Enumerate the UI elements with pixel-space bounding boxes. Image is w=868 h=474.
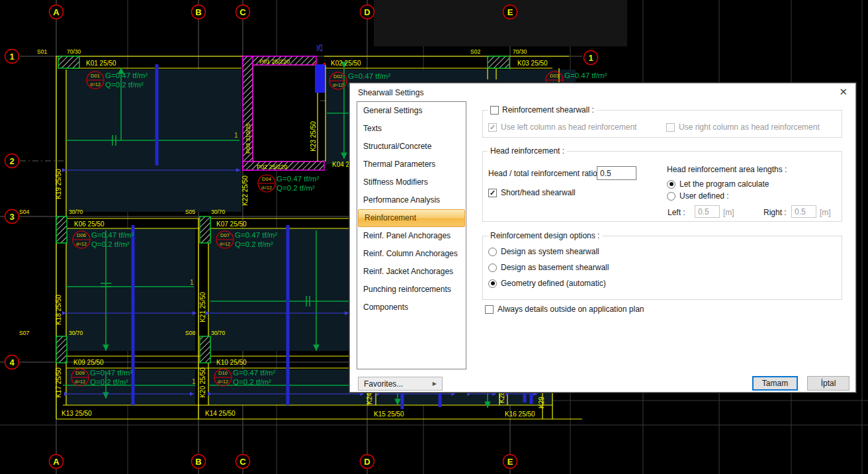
axis-bubble-label: D	[364, 457, 370, 467]
axis-bubble-label: 3	[9, 212, 14, 222]
group-head-reinforcement: Head reinforcement : Head / total reinfo…	[482, 151, 842, 222]
settings-nav-list: General SettingsTextsStructural/Concrete…	[357, 101, 466, 369]
axis-bubble-label: E	[507, 7, 513, 17]
slab-dead-load-label: G=0.47 tf/m²	[348, 72, 390, 80]
beam-label: K15 25/50	[374, 410, 404, 418]
slab-dead-load-label: G=0.47 tf/m²	[233, 369, 275, 377]
slab-id-label: D04	[262, 176, 271, 182]
beam-label: K10 25/50	[216, 359, 247, 366]
slab-live-load-label: Q=0.2 tf/m²	[90, 378, 128, 386]
geometry-defined-radio[interactable]	[488, 279, 497, 288]
beam-label: K01 25/50	[86, 60, 116, 67]
nav-item-reinf-panel-anchorages[interactable]: Reinf. Panel Anchorages	[357, 227, 466, 245]
nav-item-performance-analysis[interactable]: Performance Analysis	[357, 191, 466, 209]
close-icon[interactable]: ✕	[839, 87, 847, 97]
beam-label-vertical: K24	[366, 393, 373, 404]
slab-thickness-label: d=12	[218, 379, 228, 384]
nav-item-reinforcement[interactable]: Reinforcement	[358, 209, 465, 227]
slab-id-label: D02	[333, 73, 343, 79]
beam-label-vertical: K28	[498, 391, 505, 403]
short-head-checkbox[interactable]: ✓	[488, 189, 497, 197]
nav-item-reinf-jacket-anchorages[interactable]: Reinf. Jacket Anchorages	[357, 263, 466, 281]
column-label: S07	[19, 330, 29, 336]
column-label: 30/70	[211, 209, 226, 215]
design-basement-label: Design as basement shearwall	[501, 263, 609, 272]
favorites-arrow-icon: ▶	[433, 381, 437, 387]
use-left-column-label: Use left column as head reinforcement	[501, 122, 636, 132]
design-basement-radio[interactable]	[488, 263, 497, 272]
dialog-title: Shearwall Settings	[358, 88, 423, 97]
let-program-calculate-radio[interactable]	[667, 180, 675, 189]
selection-dimension-label: 25	[316, 44, 324, 52]
axis-bubble-label: A	[53, 457, 60, 467]
slab-thickness-label: d=12	[220, 242, 230, 246]
axis-bubble-label: E	[507, 457, 513, 467]
axis-bubble-label: C	[239, 7, 246, 17]
slab-id-label: D01	[91, 73, 100, 79]
nav-item-reinf-column-anchorages[interactable]: Reinf. Column Anchorages	[357, 245, 466, 263]
nav-item-general-settings[interactable]: General Settings	[357, 102, 466, 120]
slab-live-load-label: Q=0.2 tf/m²	[235, 240, 273, 248]
slab-dead-load-label: G=0.47 tf/m²	[564, 71, 607, 79]
slab-id-label: D03	[550, 73, 559, 79]
axis-bubble-label: 4	[9, 357, 15, 367]
right-input[interactable]	[791, 205, 816, 218]
beam-label: K13 25/50	[62, 410, 92, 417]
nav-item-components[interactable]: Components	[357, 299, 466, 316]
group-design-options: Reinforcement design options : Design as…	[482, 236, 842, 300]
beam-label: K14 25/50	[205, 410, 236, 417]
use-left-column-checkbox[interactable]: ✓	[488, 123, 497, 132]
design-system-radio[interactable]	[488, 248, 497, 256]
slab-thickness-label: d=12	[90, 82, 101, 87]
user-defined-radio[interactable]	[667, 192, 675, 201]
cancel-button[interactable]: İptal	[807, 376, 849, 391]
column-label: 70/30	[513, 48, 527, 55]
span-direction-label: 1	[192, 378, 196, 385]
beam-label-vertical: K20 25/50	[199, 367, 206, 398]
slab-thickness-label: d=12	[261, 185, 272, 190]
group-title: Head reinforcement :	[490, 146, 564, 156]
group-title: Reinforcement design options :	[490, 231, 599, 240]
app-window: AABBCCDDEE12341K01 25/50K02 25/50K03 25/…	[0, 0, 868, 474]
left-input[interactable]	[695, 205, 720, 218]
slab-thickness-label: d=12	[76, 242, 87, 246]
left-unit: [m]	[723, 208, 734, 217]
axis-bubble-label: B	[195, 457, 201, 467]
column-label: 30/70	[211, 330, 226, 336]
short-head-label: Short/head shearwall	[501, 188, 576, 197]
use-right-column-label: Use right column as head reinforcement	[679, 122, 820, 132]
group-reinforcement-shearwall: Reinforcement shearwall : ✓ Use left col…	[482, 110, 842, 138]
slab-dead-load-label: G=0.47 tf/m²	[90, 369, 132, 377]
column-label: S01	[37, 48, 47, 55]
nav-item-structural-concrete[interactable]: Structural/Concrete	[357, 138, 466, 156]
nav-item-thermal-parameters[interactable]: Thermal Parameters	[357, 156, 466, 173]
axis-bubble-label: 1	[9, 52, 14, 62]
beam-label: K16 25/50	[505, 410, 535, 418]
selected-wall[interactable]	[314, 63, 326, 93]
ratio-input[interactable]	[597, 166, 636, 180]
column-label: 70/30	[67, 48, 81, 55]
slab-id-label: D07	[220, 232, 230, 238]
always-details-checkbox[interactable]	[485, 305, 494, 314]
beam-label: K02 25/50	[331, 60, 361, 67]
reinforcement-shearwall-checkbox[interactable]	[490, 106, 499, 115]
favorites-button[interactable]: Favorites... ▶	[358, 377, 443, 391]
wall-label: P02 25/220	[257, 164, 287, 170]
beam-label-vertical: K21 25/50	[199, 292, 206, 322]
let-program-calculate-label: Let the program calculate	[679, 179, 769, 189]
group-title: Reinforcement shearwall :	[502, 105, 594, 115]
shearwall-settings-dialog: Shearwall Settings ✕ General SettingsTex…	[349, 83, 856, 393]
beam-label-vertical: K22 25/50	[241, 175, 249, 206]
nav-item-punching-reinforcements[interactable]: Punching reinforcements	[357, 281, 466, 299]
nav-item-texts[interactable]: Texts	[357, 120, 466, 138]
geometry-defined-label: Geometry defined (automatic)	[501, 279, 606, 288]
ok-button[interactable]: Tamam	[752, 376, 798, 391]
nav-item-stiffness-modifiers[interactable]: Stiffness Modifiers	[357, 173, 466, 191]
always-details-label: Always details outside on application pl…	[498, 305, 644, 314]
beam-label-vertical: K18 25/50	[55, 295, 62, 325]
column-label: 30/70	[69, 209, 83, 215]
design-system-label: Design as system shearwall	[501, 247, 599, 256]
wall-label: P01 25/220	[259, 58, 290, 65]
use-right-column-checkbox[interactable]	[666, 123, 675, 132]
slab-dead-load-label: G=0.47 tf/m²	[105, 71, 148, 79]
